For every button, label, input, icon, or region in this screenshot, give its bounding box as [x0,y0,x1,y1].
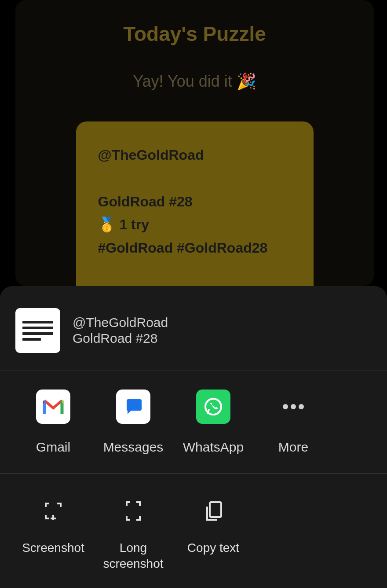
share-handle: @TheGoldRoad [98,143,292,167]
share-sheet: @TheGoldRoad GoldRoad #28 Gmail [0,286,387,588]
gmail-icon [36,390,70,424]
share-hashtags: #GoldRoad #GoldRoad28 [98,236,292,260]
whatsapp-icon [196,390,230,424]
share-preview-line2: GoldRoad #28 [73,331,168,346]
puzzle-subtitle: Yay! You did it 🎉 [29,72,361,91]
long-screenshot-icon [116,498,150,524]
text-document-icon [15,308,60,353]
action-label-copy-text: Copy text [187,540,239,556]
puzzle-card: Today's Puzzle Yay! You did it 🎉 @TheGol… [15,0,374,286]
more-icon [276,390,310,424]
share-app-gmail[interactable]: Gmail [13,390,93,455]
share-app-messages[interactable]: Messages [93,390,173,455]
svg-rect-1 [210,502,221,517]
action-label-screenshot: Screenshot [22,540,84,556]
share-preview-line1: @TheGoldRoad [73,315,168,331]
action-copy-text[interactable]: Copy text [173,498,253,572]
app-label-gmail: Gmail [36,440,70,455]
app-label-whatsapp: WhatsApp [183,440,244,455]
app-label-more: More [278,440,308,455]
share-game-name: GoldRoad #28 [98,190,292,213]
screenshot-icon [36,498,70,524]
share-app-whatsapp[interactable]: WhatsApp [173,390,253,455]
share-app-more[interactable]: More [253,390,333,455]
share-actions-row: Screenshot Long screenshot Copy text [0,474,387,585]
share-header: @TheGoldRoad GoldRoad #28 [0,286,387,371]
share-apps-row: Gmail Messages WhatsApp [0,371,387,473]
action-screenshot[interactable]: Screenshot [13,498,93,572]
messages-icon [116,390,150,424]
app-label-messages: Messages [103,440,164,455]
action-label-long-screenshot: Long screenshot [93,540,173,572]
copy-text-icon [196,498,230,524]
share-preview-text: @TheGoldRoad GoldRoad #28 [73,315,168,346]
action-long-screenshot[interactable]: Long screenshot [93,498,173,572]
share-result: 🥇 1 try [98,213,292,236]
puzzle-title: Today's Puzzle [29,22,361,46]
